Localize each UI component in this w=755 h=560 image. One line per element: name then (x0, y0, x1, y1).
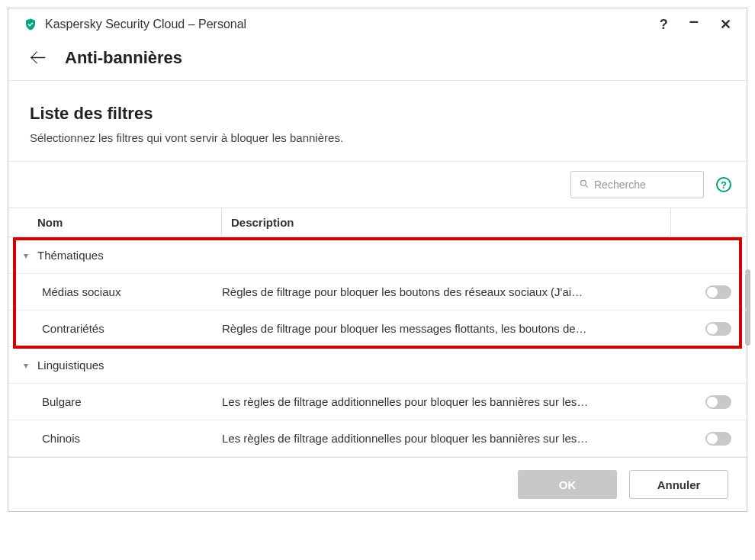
filter-name: Contrariétés (42, 322, 222, 335)
context-help-icon[interactable]: ? (716, 177, 731, 192)
toggle-switch[interactable] (705, 395, 731, 409)
section-heading: Liste des filtres (30, 104, 725, 124)
filter-name: Médias sociaux (42, 285, 222, 298)
close-button[interactable]: ✕ (720, 18, 731, 31)
shield-icon (24, 18, 37, 31)
filter-name: Chinois (42, 432, 222, 445)
column-header-description[interactable]: Description (222, 208, 670, 237)
search-box[interactable] (570, 171, 704, 198)
toggle-switch[interactable] (705, 285, 731, 299)
svg-line-1 (586, 185, 588, 187)
section-header: Liste des filtres Sélectionnez les filtr… (8, 80, 747, 161)
group-label: Linguistiques (37, 359, 104, 372)
filter-row-chinois[interactable]: Chinois Les règles de filtrage additionn… (8, 420, 747, 457)
search-row: ? (8, 161, 747, 208)
filter-description: Les règles de filtrage additionnelles po… (222, 395, 705, 408)
group-row-thematiques[interactable]: ▾ Thématiques (8, 237, 747, 274)
column-header-name[interactable]: Nom (8, 208, 222, 237)
chevron-down-icon: ▾ (24, 250, 28, 261)
window-title: Kaspersky Security Cloud – Personal (45, 18, 660, 31)
group-label: Thématiques (37, 249, 104, 262)
filter-row-medias-sociaux[interactable]: Médias sociaux Règles de filtrage pour b… (8, 274, 747, 311)
svg-point-0 (580, 180, 586, 185)
group-row-linguistiques[interactable]: ▾ Linguistiques (8, 347, 747, 384)
search-input[interactable] (594, 179, 696, 191)
filter-name: Bulgare (42, 395, 222, 408)
subheader: 🡠 Anti-bannières (8, 37, 747, 80)
column-header-toggle (670, 208, 747, 237)
titlebar: Kaspersky Security Cloud – Personal ? – … (8, 8, 747, 37)
toggle-switch[interactable] (705, 322, 731, 336)
filter-row-contrarietes[interactable]: Contrariétés Règles de filtrage pour blo… (8, 311, 747, 347)
ok-button[interactable]: OK (518, 470, 617, 499)
footer: OK Annuler (8, 457, 747, 511)
cancel-button[interactable]: Annuler (629, 470, 728, 499)
toggle-switch[interactable] (705, 432, 731, 446)
page-title: Anti-bannières (65, 48, 182, 68)
filter-row-bulgare[interactable]: Bulgare Les règles de filtrage additionn… (8, 384, 747, 420)
minimize-button[interactable]: – (689, 13, 699, 30)
filter-description: Règles de filtrage pour bloquer les bout… (222, 285, 705, 298)
back-arrow-icon[interactable]: 🡠 (30, 50, 47, 66)
window-controls: ? – ✕ (660, 16, 731, 33)
chevron-down-icon: ▾ (24, 360, 28, 371)
filter-description: Les règles de filtrage additionnelles po… (222, 432, 705, 445)
search-icon (579, 179, 590, 191)
help-button[interactable]: ? (660, 18, 668, 31)
app-window: Kaspersky Security Cloud – Personal ? – … (8, 8, 747, 512)
table-header: Nom Description (8, 208, 747, 237)
section-description: Sélectionnez les filtres qui vont servir… (30, 131, 725, 144)
filter-description: Règles de filtrage pour bloquer les mess… (222, 322, 705, 335)
filter-list: ▾ Thématiques Médias sociaux Règles de f… (8, 237, 747, 457)
